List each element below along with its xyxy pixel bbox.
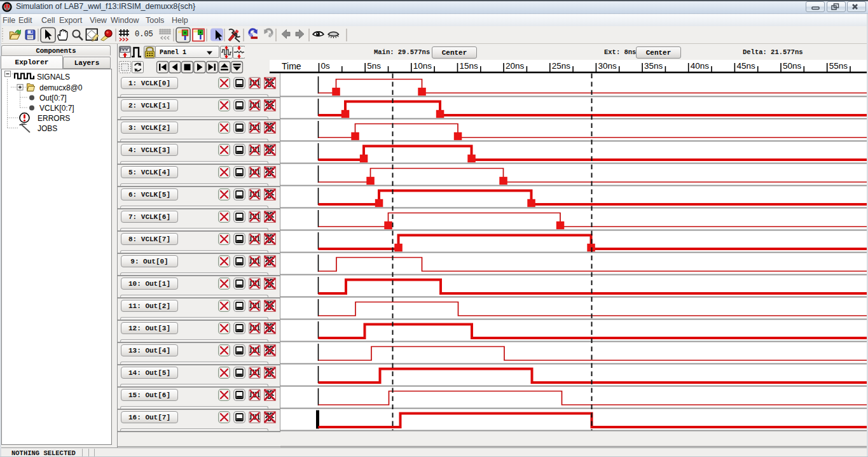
svg-text:40ns: 40ns [691,61,710,71]
svg-text:15ns: 15ns [460,61,479,71]
svg-text:45ns: 45ns [736,61,755,71]
svg-text:0s: 0s [321,61,331,71]
svg-text:35ns: 35ns [644,61,663,71]
svg-text:20ns: 20ns [506,61,525,71]
svg-text:5ns: 5ns [367,61,381,71]
svg-text:30ns: 30ns [598,61,617,71]
svg-text:Time: Time [282,61,301,71]
svg-text:55ns: 55ns [829,61,848,71]
svg-text:25ns: 25ns [552,61,571,71]
svg-text:10ns: 10ns [413,61,432,71]
svg-text:50ns: 50ns [783,61,802,71]
